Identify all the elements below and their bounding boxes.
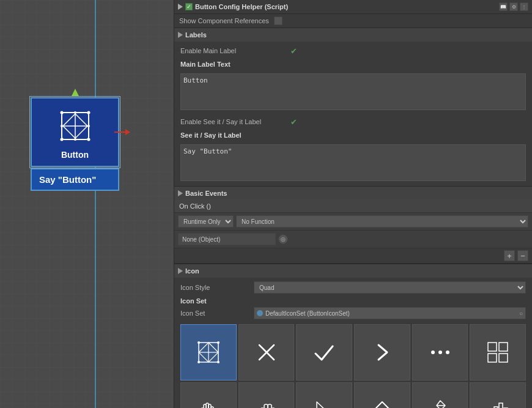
scene-content: Button Say "Button": [0, 0, 174, 408]
red-arrow: [114, 129, 130, 135]
labels-section-title: Labels: [185, 31, 207, 39]
basic-events-section: Basic Events On Click () Runtime Only No…: [174, 187, 532, 264]
labels-section-body: Enable Main Label ✔ Main Label Text Butt…: [174, 42, 532, 186]
labels-section-header[interactable]: Labels: [174, 28, 532, 42]
svg-point-7: [87, 138, 90, 141]
icon-cell-cube[interactable]: [180, 324, 237, 380]
svg-point-6: [60, 138, 63, 141]
icon-cell-hand-spread[interactable]: [180, 382, 237, 408]
cube-icon-area: [54, 105, 97, 147]
basic-events-collapse-icon: [178, 190, 183, 196]
svg-point-18: [198, 361, 200, 363]
book-icon[interactable]: 📖: [499, 2, 508, 11]
svg-point-17: [217, 341, 220, 344]
svg-rect-28: [499, 354, 508, 362]
icon-cell-pointer[interactable]: [296, 382, 352, 408]
icon-grid: [180, 324, 526, 408]
remove-event-button[interactable]: −: [517, 250, 528, 261]
component-title: Button Config Helper (Script): [195, 3, 497, 10]
icon-section: Icon Icon Style Quad Icon Set Icon Set D…: [174, 264, 532, 408]
gear-icon[interactable]: ⚙: [509, 2, 518, 11]
show-component-label: Show Component References: [179, 17, 269, 24]
icon-set-header: Icon Set: [180, 297, 526, 305]
labels-section: Labels Enable Main Label ✔ Main Label Te…: [174, 28, 532, 187]
component-header: Button Config Helper (Script) 📖 ⚙ ⋮: [174, 0, 532, 14]
enable-see-say-row: Enable See it / Say it Label ✔: [180, 116, 526, 127]
vertical-guide-line: [95, 0, 96, 408]
none-object-input[interactable]: [178, 233, 276, 245]
labels-collapse-icon: [178, 32, 183, 38]
svg-point-10: [61, 125, 63, 127]
enable-main-label-row: Enable Main Label ✔: [180, 45, 526, 56]
main-label-text-row: Main Label Text: [180, 59, 526, 70]
none-object-row: ◎: [174, 231, 532, 248]
show-component-checkbox[interactable]: [274, 17, 283, 25]
icon-cell-hand-stop[interactable]: [238, 382, 295, 408]
show-component-row: Show Component References: [174, 14, 532, 28]
collapse-triangle-icon[interactable]: [178, 4, 183, 10]
icon-set-label-text: Icon Set: [180, 310, 254, 317]
target-picker-button[interactable]: ◎: [278, 234, 288, 244]
svg-point-22: [431, 351, 435, 354]
button-scene-label: Button: [61, 150, 89, 160]
icon-set-value: DefaultIconSet (ButtonIconSet): [265, 310, 350, 317]
icon-cell-check[interactable]: [296, 324, 352, 380]
say-button-label: Say "Button": [39, 174, 96, 185]
main-label-text-label: Main Label Text: [180, 61, 290, 68]
icon-style-row: Icon Style Quad: [180, 281, 526, 294]
svg-point-16: [198, 341, 200, 344]
svg-point-23: [438, 351, 442, 354]
icon-set-row: Icon Set DefaultIconSet (ButtonIconSet) …: [180, 307, 526, 319]
button-widget: Button Say "Button": [31, 89, 119, 191]
component-enabled-checkbox[interactable]: [185, 3, 193, 10]
enable-main-label-text: Enable Main Label: [180, 47, 290, 54]
icon-set-circle-btn[interactable]: ○: [519, 310, 523, 317]
scene-panel: Button Say "Button": [0, 0, 174, 408]
icon-cell-home[interactable]: [354, 382, 410, 408]
svg-point-24: [446, 351, 449, 354]
add-event-button[interactable]: +: [504, 250, 515, 261]
on-click-label: On Click (): [179, 202, 211, 210]
see-say-label-row: See it / Say it Label: [180, 130, 526, 141]
icon-cell-close[interactable]: [238, 324, 295, 380]
icon-style-dropdown[interactable]: Quad: [254, 281, 526, 294]
button-main-display[interactable]: Button: [31, 97, 119, 167]
svg-point-5: [87, 111, 90, 114]
svg-rect-25: [488, 343, 497, 351]
cube-icon: [57, 108, 94, 144]
events-row: Runtime Only No Function: [174, 213, 532, 231]
icon-cell-chart[interactable]: [470, 382, 526, 408]
icon-cell-chevron-right[interactable]: [354, 324, 410, 380]
icon-section-header[interactable]: Icon: [174, 264, 532, 278]
svg-rect-26: [499, 343, 508, 351]
enable-see-say-label: Enable See it / Say it Label: [180, 118, 290, 125]
icon-set-dot: [257, 310, 263, 316]
basic-events-title: Basic Events: [185, 190, 227, 197]
icon-collapse-icon: [178, 268, 183, 274]
svg-point-8: [74, 111, 76, 114]
basic-events-header[interactable]: Basic Events: [174, 187, 532, 200]
see-say-label-text: See it / Say it Label: [180, 132, 290, 139]
icon-section-title: Icon: [185, 267, 199, 275]
overflow-icon[interactable]: ⋮: [520, 2, 528, 11]
icon-set-dropdown[interactable]: DefaultIconSet (ButtonIconSet) ○: [254, 307, 526, 319]
on-click-bar: On Click (): [174, 200, 532, 213]
up-arrow-handle: [72, 89, 79, 96]
enable-main-label-check[interactable]: ✔: [290, 46, 299, 55]
icon-style-label: Icon Style: [180, 284, 254, 291]
icon-cell-dots[interactable]: [412, 324, 468, 380]
say-button-display[interactable]: Say "Button": [31, 168, 119, 191]
see-say-textarea[interactable]: Say "Button": [180, 144, 526, 181]
svg-rect-27: [488, 354, 497, 362]
no-function-dropdown[interactable]: No Function: [236, 215, 528, 228]
header-icons: 📖 ⚙ ⋮: [499, 2, 528, 11]
icon-cell-quad[interactable]: [470, 324, 526, 380]
svg-point-19: [217, 361, 220, 363]
svg-point-11: [87, 125, 90, 127]
icon-section-body: Icon Style Quad Icon Set Icon Set Defaul…: [174, 278, 532, 408]
icon-cell-pin[interactable]: [412, 382, 468, 408]
main-label-textarea[interactable]: Button: [180, 73, 526, 110]
enable-see-say-check[interactable]: ✔: [290, 117, 299, 126]
svg-rect-33: [499, 403, 503, 409]
runtime-only-dropdown[interactable]: Runtime Only: [178, 215, 234, 228]
